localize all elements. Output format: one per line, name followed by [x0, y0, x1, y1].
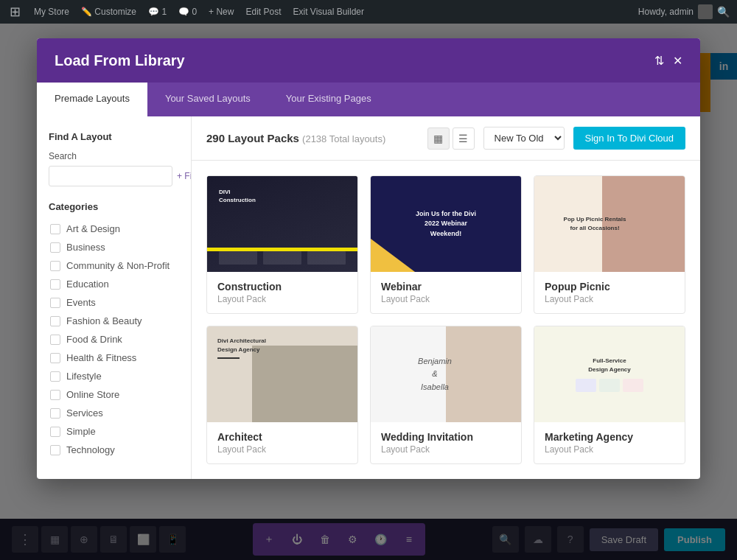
layout-card-webinar[interactable]: Join Us for the Divi2022 WebinarWeekend!… [370, 175, 522, 314]
wp-logo-icon[interactable]: ⊞ [7, 4, 22, 19]
admin-bar-howdy: Howdy, admin 🔍 [638, 4, 730, 19]
category-online-store[interactable]: Online Store [49, 385, 179, 404]
page-background: in ⋮ ▦ ⊕ 🖥 ⬜ 📱 ＋ ⏻ 🗑 ⚙ 🕐 ≡ 🔍 ☁ ? S [0, 24, 737, 560]
category-checkbox-fashion[interactable] [50, 316, 60, 326]
admin-bar: ⊞ My Store ✏️ Customize 💬 1 🗨️ 0 + New E… [0, 0, 737, 24]
category-label-simple: Simple [66, 426, 96, 437]
modal-title: Load From Library [55, 52, 185, 69]
layout-main: 290 Layout Packs (2138 Total layouts) ▦ … [192, 116, 700, 479]
layout-name-marketing: Marketing Agency [545, 431, 674, 443]
admin-bar-bubbles[interactable]: 🗨️ 0 [178, 7, 197, 17]
category-label-art-design: Art & Design [66, 223, 120, 234]
admin-bar-search-icon[interactable]: 🔍 [717, 6, 730, 18]
layout-name-construction: Construction [217, 281, 347, 293]
category-checkbox-events[interactable] [50, 298, 60, 308]
layout-type-wedding: Layout Pack [381, 444, 511, 455]
admin-bar-exit-builder[interactable]: Exit Visual Builder [293, 7, 365, 17]
layout-info-wedding: Wedding Invitation Layout Pack [371, 422, 521, 463]
category-checkbox-community[interactable] [50, 261, 60, 271]
layout-sidebar: Find A Layout Search + Filter Categories… [37, 116, 192, 479]
category-label-business: Business [66, 242, 105, 253]
layout-thumb-picnic: Pop Up Picnic Rentalsfor all Occasions! [534, 176, 685, 272]
tab-premade-layouts[interactable]: Premade Layouts [37, 83, 147, 116]
category-label-community: Community & Non-Profit [66, 260, 170, 271]
modal-header-icons: ⇅ ✕ [654, 54, 682, 68]
layout-card-wedding[interactable]: Benjamin&Isabella Wedding Invitation Lay… [370, 326, 522, 464]
admin-bar-edit-post[interactable]: Edit Post [245, 7, 281, 17]
category-checkbox-technology[interactable] [50, 445, 60, 455]
category-services[interactable]: Services [49, 404, 179, 422]
layout-thumb-marketing: Full-ServiceDesign Agency [534, 326, 685, 422]
admin-bar-store[interactable]: My Store [34, 7, 69, 17]
layout-name-wedding: Wedding Invitation [381, 431, 511, 443]
layout-info-picnic: Popup Picnic Layout Pack [534, 272, 685, 313]
category-education[interactable]: Education [49, 275, 179, 293]
layouts-grid: DIVIConstruction [192, 161, 700, 479]
modal-header: Load From Library ⇅ ✕ [37, 38, 700, 83]
category-label-services: Services [66, 407, 103, 419]
layout-info-architect: Architect Layout Pack [207, 422, 357, 463]
category-checkbox-online-store[interactable] [50, 390, 60, 400]
tab-existing-pages[interactable]: Your Existing Pages [268, 83, 389, 116]
layout-thumb-webinar: Join Us for the Divi2022 WebinarWeekend! [371, 176, 521, 272]
layout-card-picnic[interactable]: Pop Up Picnic Rentalsfor all Occasions! … [534, 175, 685, 314]
category-food[interactable]: Food & Drink [49, 330, 179, 349]
layout-type-picnic: Layout Pack [545, 294, 674, 304]
modal-close-icon[interactable]: ✕ [673, 54, 682, 68]
layout-card-marketing[interactable]: Full-ServiceDesign Agency Marketing [534, 326, 685, 464]
categories-title: Categories [49, 201, 179, 212]
category-label-education: Education [66, 279, 109, 290]
category-checkbox-health[interactable] [50, 353, 60, 363]
search-input[interactable] [49, 166, 172, 186]
category-checkbox-education[interactable] [50, 279, 60, 290]
category-simple[interactable]: Simple [49, 422, 179, 441]
categories-section: Categories Art & Design Business Communi… [49, 201, 179, 459]
category-label-technology: Technology [66, 444, 115, 455]
load-from-library-modal: Load From Library ⇅ ✕ Premade Layouts Yo… [37, 38, 700, 479]
category-checkbox-services[interactable] [50, 408, 60, 419]
layout-card-construction[interactable]: DIVIConstruction [206, 175, 358, 314]
find-layout-title: Find A Layout [49, 131, 179, 142]
category-community[interactable]: Community & Non-Profit [49, 256, 179, 275]
search-label: Search [49, 151, 179, 161]
category-business[interactable]: Business [49, 238, 179, 256]
layout-name-picnic: Popup Picnic [545, 281, 674, 293]
layout-toolbar: 290 Layout Packs (2138 Total layouts) ▦ … [192, 116, 700, 161]
view-toggle: ▦ ☰ [427, 127, 475, 150]
layout-type-marketing: Layout Pack [545, 444, 674, 455]
category-technology[interactable]: Technology [49, 441, 179, 459]
grid-view-button[interactable]: ▦ [427, 127, 450, 150]
admin-bar-comments[interactable]: 💬 1 [148, 7, 167, 17]
category-label-online-store: Online Store [66, 389, 119, 400]
category-label-fashion: Fashion & Beauty [66, 315, 142, 326]
admin-bar-customize[interactable]: ✏️ Customize [81, 7, 136, 17]
category-fashion[interactable]: Fashion & Beauty [49, 312, 179, 330]
layout-name-webinar: Webinar [381, 281, 511, 293]
category-checkbox-food[interactable] [50, 335, 60, 345]
search-section: Search + Filter [49, 151, 179, 186]
list-view-button[interactable]: ☰ [453, 127, 475, 150]
category-label-health: Health & Fitness [66, 352, 136, 363]
layout-type-construction: Layout Pack [217, 294, 347, 304]
category-events[interactable]: Events [49, 293, 179, 312]
modal-adjust-icon[interactable]: ⇅ [654, 54, 664, 68]
category-checkbox-business[interactable] [50, 242, 60, 253]
layout-info-marketing: Marketing Agency Layout Pack [534, 422, 685, 463]
admin-avatar [698, 4, 713, 19]
tab-saved-layouts[interactable]: Your Saved Layouts [147, 83, 268, 116]
category-label-events: Events [66, 297, 96, 308]
category-checkbox-simple[interactable] [50, 427, 60, 437]
layout-card-architect[interactable]: Divi ArchitecturalDesign Agency Architec… [206, 326, 358, 464]
category-checkbox-lifestyle[interactable] [50, 371, 60, 382]
layout-pack-count: 290 Layout Packs [206, 132, 299, 144]
sort-select[interactable]: New To Old Old To New [483, 127, 565, 150]
modal-overlay: Load From Library ⇅ ✕ Premade Layouts Yo… [0, 24, 737, 560]
layout-type-architect: Layout Pack [217, 444, 347, 455]
category-checkbox-art-design[interactable] [50, 224, 60, 234]
admin-bar-new[interactable]: + New [209, 7, 234, 17]
category-lifestyle[interactable]: Lifestyle [49, 367, 179, 385]
category-health[interactable]: Health & Fitness [49, 349, 179, 367]
divi-cloud-button[interactable]: Sign In To Divi Cloud [573, 127, 685, 150]
filter-button[interactable]: + Filter [177, 171, 192, 181]
category-art-design[interactable]: Art & Design [49, 220, 179, 238]
